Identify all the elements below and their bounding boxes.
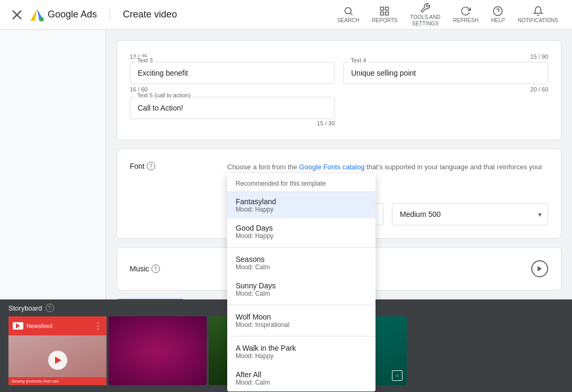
- nav-divider: [110, 7, 110, 22]
- music-play-button[interactable]: [531, 260, 548, 277]
- text4-char-count: 20 / 60: [530, 86, 548, 93]
- text4-label: Text 4: [348, 57, 368, 63]
- svg-marker-3: [30, 8, 37, 20]
- notifications-nav-label: NOTIFICATIONS: [518, 17, 558, 23]
- svg-rect-8: [381, 7, 384, 11]
- dropdown-header: Recommended for this template: [227, 174, 376, 192]
- help-nav-label: HELP: [491, 17, 505, 23]
- refresh-nav-label: REFRESH: [453, 17, 479, 23]
- app-name: Google Ads: [48, 9, 97, 20]
- font-weight-select[interactable]: Medium 500 Thin 100 Light 300 Regular 40…: [392, 203, 548, 225]
- music-item-seasons[interactable]: Seasons Mood: Calm: [227, 250, 376, 276]
- svg-rect-10: [381, 12, 384, 15]
- reports-nav-button[interactable]: REPORTS: [367, 4, 403, 25]
- svg-point-5: [39, 17, 43, 21]
- music-section-label: Music ?: [130, 265, 215, 273]
- tools-nav-button[interactable]: TOOLS ANDSETTINGS: [405, 1, 446, 29]
- svg-line-7: [350, 13, 352, 15]
- font-weight-wrap: Medium 500 Thin 100 Light 300 Regular 40…: [392, 203, 548, 225]
- dropdown-divider-1: [227, 247, 376, 248]
- frame-beauty-label: Beauty products that can: [8, 377, 106, 385]
- refresh-nav-button[interactable]: REFRESH: [448, 4, 484, 25]
- storyboard-label: Storyboard: [8, 304, 42, 312]
- frame-play-button[interactable]: [48, 351, 67, 370]
- font-section-label: Font ?: [130, 162, 215, 170]
- frame-more-button[interactable]: ⋮: [94, 321, 102, 331]
- music-item-fantasyland[interactable]: Fantasyland Mood: Happy: [227, 192, 376, 218]
- svg-marker-14: [538, 266, 542, 272]
- text5-input[interactable]: [130, 97, 335, 119]
- text-fields-section: 13 / 25 15 / 90 Text 3 Text 4 16 / 60 20…: [117, 40, 561, 140]
- youtube-icon: [13, 322, 23, 330]
- storyboard-frame-1: Newsfeed ⋮ Beauty products that can: [8, 316, 106, 385]
- music-help-icon[interactable]: ?: [151, 265, 160, 273]
- text3-input[interactable]: [130, 62, 335, 84]
- top-navigation: Google Ads Create video SEARCH REPORTS T…: [0, 0, 572, 30]
- dropdown-divider-2: [227, 305, 376, 305]
- music-section: Music ? Recommended for this template Fa…: [117, 247, 561, 290]
- google-ads-logo: Google Ads: [30, 7, 97, 22]
- close-button[interactable]: [8, 6, 25, 23]
- svg-point-6: [345, 7, 351, 14]
- music-dropdown: Recommended for this template Fantasylan…: [227, 174, 376, 391]
- text4-field-wrap: Text 4: [343, 62, 548, 84]
- char-count-text2: 15 / 90: [530, 53, 548, 60]
- music-item-wolfmoon[interactable]: Wolf Moon Mood: Inspirational: [227, 307, 376, 334]
- help-nav-button[interactable]: HELP: [486, 4, 510, 25]
- reports-nav-label: REPORTS: [372, 17, 397, 23]
- frame-header-bar: Newsfeed ⋮: [8, 316, 106, 335]
- svg-rect-9: [386, 7, 389, 11]
- nav-actions: SEARCH REPORTS TOOLS ANDSETTINGS REFRESH: [332, 1, 564, 29]
- text5-char-count: 15 / 30: [317, 120, 335, 126]
- music-item-walkinpark[interactable]: A Walk in the Park Mood: Happy: [227, 339, 376, 365]
- text-fields-row: Text 3 Text 4: [130, 62, 548, 84]
- music-item-afterall[interactable]: After All Mood: Calm: [227, 365, 376, 391]
- frame-image: Beauty products that can: [8, 335, 106, 385]
- text5-label: Text 5 (call to action): [135, 92, 193, 98]
- search-nav-label: SEARCH: [337, 17, 360, 23]
- music-item-sunnydays[interactable]: Sunny Days Mood: Calm: [227, 276, 376, 303]
- page-title: Create video: [123, 9, 177, 20]
- dropdown-divider-3: [227, 336, 376, 336]
- text3-label: Text 3: [135, 57, 155, 63]
- svg-rect-11: [386, 12, 389, 15]
- text5-field-wrap: Text 5 (call to action): [130, 97, 548, 119]
- char-count-top-row: 13 / 25 15 / 90: [130, 53, 548, 60]
- text4-input[interactable]: [343, 62, 548, 84]
- font-help-icon[interactable]: ?: [147, 162, 155, 170]
- tools-nav-label: TOOLS ANDSETTINGS: [410, 14, 441, 27]
- storyboard-help-icon[interactable]: ?: [46, 304, 54, 312]
- google-fonts-link[interactable]: Google Fonts catalog: [299, 163, 365, 171]
- search-nav-button[interactable]: SEARCH: [332, 4, 365, 25]
- frame4-indicator: +: [392, 370, 403, 381]
- notifications-nav-button[interactable]: NOTIFICATIONS: [513, 4, 564, 25]
- storyboard-frame-2: [109, 316, 207, 385]
- text3-field-wrap: Text 3: [130, 62, 335, 84]
- newsfeed-label: Newsfeed: [26, 323, 52, 329]
- music-item-gooddays[interactable]: Good Days Mood: Happy: [227, 218, 376, 245]
